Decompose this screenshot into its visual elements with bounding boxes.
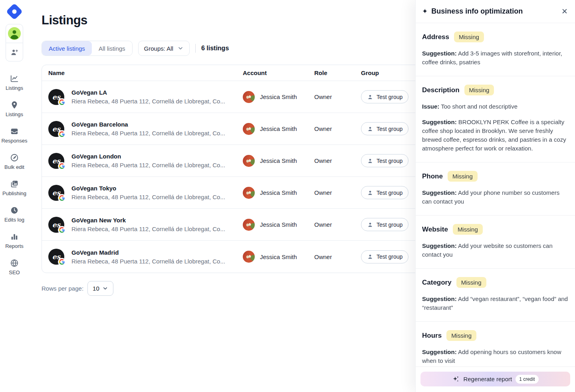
section-category: Category Missing Suggestion: Add “vegan … (416, 269, 575, 322)
section-title: Phone (422, 172, 443, 180)
section-head: Website Missing (422, 224, 569, 235)
role-value: Owner (314, 189, 361, 196)
sidebar-item-reports[interactable]: Reports (0, 232, 29, 249)
sidebar: Listings Listings Responses Bulk edit (0, 0, 29, 392)
divider (195, 44, 196, 53)
table-row[interactable]: es GoVegan London Riera Rebeca, 48 Puert… (42, 145, 424, 177)
account-photo-avatar (243, 155, 255, 167)
sidebar-item-label: Publishing (2, 190, 26, 196)
filter-row: Active listings All listings Groups: All… (42, 41, 425, 56)
groups-dropdown[interactable]: Groups: All (138, 41, 190, 56)
listings-count: 6 listings (201, 45, 229, 52)
listing-name: GoVegan Tokyo (71, 185, 225, 192)
app-logo[interactable] (6, 3, 23, 20)
chevron-down-icon (102, 285, 108, 291)
account-avatar (8, 27, 21, 40)
issue-text: Issue: Too short and not descriptive (422, 102, 569, 111)
account-name: Jessica Smith (260, 125, 297, 132)
account-name: Jessica Smith (260, 221, 297, 228)
listing-name: GoVegan Barcelona (71, 121, 225, 128)
sidebar-item-listings-analytics[interactable]: Listings (0, 74, 29, 91)
listing-name: GoVegan New York (71, 217, 225, 224)
group-button-label: Test group (377, 126, 402, 132)
main-content: Listings Active listings All listings Gr… (42, 0, 425, 296)
listing-name-cell: es GoVegan Madrid Riera Rebeca, 48 Puert… (48, 249, 243, 265)
role-value: Owner (314, 93, 361, 100)
group-button[interactable]: Test group (361, 218, 408, 231)
status-badge: Missing (454, 32, 484, 42)
listing-name-cell: es GoVegan New York Riera Rebeca, 48 Pue… (48, 217, 243, 233)
section-head: Category Missing (422, 277, 569, 288)
account-cell: Jessica Smith (243, 251, 314, 263)
google-icon (59, 131, 65, 137)
suggestion-text: Suggestion: Add your phone number so cus… (422, 188, 569, 206)
panel-header: ✦ Business info optimization ✕ (416, 0, 575, 23)
sidebar-item-label: Listings (6, 111, 23, 117)
group-button-label: Test group (377, 94, 402, 100)
close-icon[interactable]: ✕ (561, 7, 569, 16)
account-name: Jessica Smith (260, 253, 297, 260)
status-badge: Missing (446, 330, 476, 341)
sidebar-item-listings[interactable]: Listings (0, 101, 29, 117)
account-photo-avatar (243, 187, 255, 199)
sidebar-item-responses[interactable]: Responses (0, 127, 29, 144)
tab-active-listings[interactable]: Active listings (42, 41, 92, 55)
business-avatar: es (48, 217, 64, 233)
sidebar-item-seo[interactable]: SEO (0, 259, 29, 275)
sidebar-item-bulk-edit[interactable]: Bulk edit (0, 153, 29, 170)
rows-per-page-label: Rows per page: (42, 285, 83, 292)
listing-name-block: GoVegan New York Riera Rebeca, 48 Puerta… (71, 217, 225, 232)
pagination: Rows per page: 10 (42, 281, 425, 296)
listing-name-block: GoVegan LA Riera Rebeca, 48 Puerta 112, … (71, 89, 225, 105)
current-account-button[interactable] (6, 24, 23, 43)
group-button[interactable]: Test group (361, 122, 408, 135)
listing-address: Riera Rebeca, 48 Puerta 112, Cornellá de… (71, 130, 225, 137)
group-button-label: Test group (377, 253, 402, 260)
sidebar-item-label: SEO (9, 269, 20, 275)
sidebar-item-edits-log[interactable]: Edits log (0, 206, 29, 223)
regenerate-report-button[interactable]: Regenerate report 1 credit (420, 372, 570, 386)
person-icon (367, 94, 373, 100)
add-account-button[interactable] (6, 43, 23, 61)
table-row[interactable]: es GoVegan Madrid Riera Rebeca, 48 Puert… (42, 241, 424, 273)
section-title: Description (422, 86, 460, 94)
column-header-role: Role (314, 69, 361, 76)
chevron-down-icon (177, 45, 184, 51)
app-logo-hole (11, 8, 18, 15)
status-badge: Missing (448, 171, 478, 182)
tab-all-listings[interactable]: All listings (92, 41, 132, 55)
table-row[interactable]: es GoVegan Tokyo Riera Rebeca, 48 Puerta… (42, 177, 424, 209)
section-address: Address Missing Suggestion: Add 3-5 imag… (416, 23, 575, 76)
group-button[interactable]: Test group (361, 186, 408, 199)
section-phone: Phone Missing Suggestion: Add your phone… (416, 162, 575, 216)
group-button[interactable]: Test group (361, 154, 408, 167)
table-row[interactable]: es GoVegan Barcelona Riera Rebeca, 48 Pu… (42, 113, 424, 145)
listing-address: Riera Rebeca, 48 Puerta 112, Cornellá de… (71, 162, 225, 168)
inbox-icon (10, 127, 19, 136)
group-button[interactable]: Test group (361, 90, 408, 103)
table-row[interactable]: es GoVegan New York Riera Rebeca, 48 Pue… (42, 209, 424, 241)
sidebar-item-publishing[interactable]: Publishing (0, 180, 29, 196)
listing-address: Riera Rebeca, 48 Puerta 112, Cornellá de… (71, 226, 225, 232)
section-description: Description Missing Issue: Too short and… (416, 76, 575, 162)
section-title: Category (422, 279, 452, 287)
globe-icon (10, 259, 19, 267)
section-head: Address Missing (422, 32, 569, 42)
account-name: Jessica Smith (260, 189, 297, 196)
section-hours: Hours Missing Suggestion: Add opening ho… (416, 322, 575, 366)
bar-chart-icon (10, 232, 19, 241)
section-head: Description Missing (422, 85, 569, 95)
google-icon (59, 99, 65, 105)
role-value: Owner (314, 221, 361, 228)
group-button[interactable]: Test group (361, 250, 408, 263)
google-icon (59, 227, 65, 233)
sidebar-item-label: Responses (1, 138, 27, 144)
sidebar-nav: Listings Listings Responses Bulk edit (0, 74, 29, 275)
account-cell: Jessica Smith (243, 155, 314, 167)
table-row[interactable]: es GoVegan LA Riera Rebeca, 48 Puerta 11… (42, 81, 424, 113)
rows-per-page-select[interactable]: 10 (87, 281, 113, 296)
table-header-row: Name Account Role Group (42, 65, 424, 81)
sidebar-item-label: Edits log (4, 217, 24, 223)
google-badge (58, 98, 66, 106)
person-icon (367, 222, 373, 228)
